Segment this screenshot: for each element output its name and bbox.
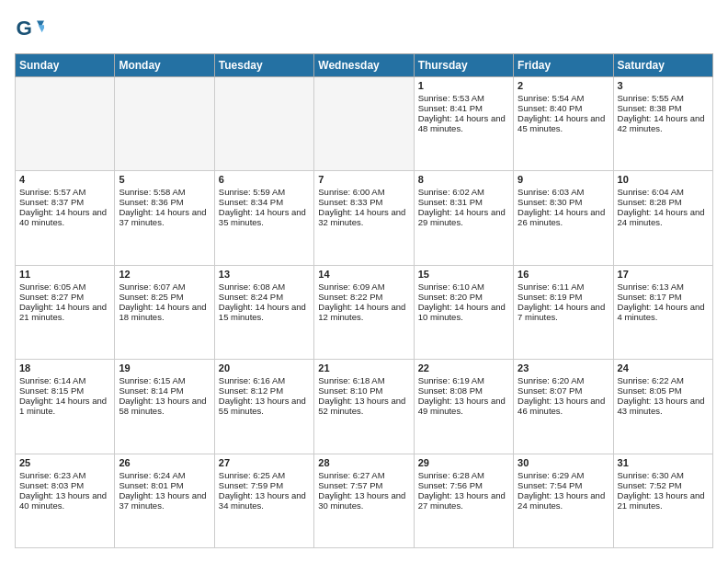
calendar-cell: 22Sunrise: 6:19 AMSunset: 8:08 PMDayligh… <box>414 360 513 454</box>
sunrise-line: Sunrise: 6:22 AM <box>618 375 709 385</box>
sunset-line: Sunset: 8:17 PM <box>618 292 709 302</box>
calendar-week-row: 11Sunrise: 6:05 AMSunset: 8:27 PMDayligh… <box>16 265 713 359</box>
daylight-line: Daylight: 14 hours and 48 minutes. <box>418 113 509 133</box>
day-number: 31 <box>618 457 709 468</box>
sunset-line: Sunset: 8:19 PM <box>518 292 609 302</box>
calendar-cell: 23Sunrise: 6:20 AMSunset: 8:07 PMDayligh… <box>514 360 613 454</box>
sunrise-line: Sunrise: 6:08 AM <box>219 282 310 292</box>
day-number: 30 <box>518 457 609 468</box>
calendar-cell: 14Sunrise: 6:09 AMSunset: 8:22 PMDayligh… <box>314 265 414 359</box>
daylight-line: Daylight: 14 hours and 10 minutes. <box>418 302 509 322</box>
logo: G <box>15 15 48 44</box>
sunrise-line: Sunrise: 6:23 AM <box>19 470 110 480</box>
sunset-line: Sunset: 8:12 PM <box>219 385 310 396</box>
day-header-saturday: Saturday <box>613 54 712 77</box>
sunrise-line: Sunrise: 6:14 AM <box>19 375 110 385</box>
calendar-cell: 17Sunrise: 6:13 AMSunset: 8:17 PMDayligh… <box>613 265 712 359</box>
calendar-cell <box>314 77 414 171</box>
calendar-cell: 8Sunrise: 6:02 AMSunset: 8:31 PMDaylight… <box>414 171 513 265</box>
day-number: 12 <box>119 269 210 280</box>
calendar-week-row: 18Sunrise: 6:14 AMSunset: 8:15 PMDayligh… <box>16 360 713 454</box>
sunrise-line: Sunrise: 6:03 AM <box>518 187 609 197</box>
sunset-line: Sunset: 8:28 PM <box>618 197 709 207</box>
daylight-line: Daylight: 13 hours and 58 minutes. <box>119 396 210 416</box>
day-number: 8 <box>418 174 509 185</box>
calendar-cell: 31Sunrise: 6:30 AMSunset: 7:52 PMDayligh… <box>613 454 712 547</box>
day-number: 24 <box>618 362 709 373</box>
sunrise-line: Sunrise: 6:04 AM <box>618 187 709 197</box>
sunset-line: Sunset: 8:24 PM <box>219 292 310 302</box>
daylight-line: Daylight: 13 hours and 43 minutes. <box>618 396 709 416</box>
day-number: 10 <box>618 174 709 185</box>
day-number: 2 <box>518 80 609 91</box>
sunset-line: Sunset: 8:36 PM <box>119 197 210 207</box>
page-header: G <box>15 15 713 44</box>
calendar-cell: 12Sunrise: 6:07 AMSunset: 8:25 PMDayligh… <box>115 265 214 359</box>
calendar-cell: 24Sunrise: 6:22 AMSunset: 8:05 PMDayligh… <box>613 360 712 454</box>
svg-text:G: G <box>17 17 32 40</box>
daylight-line: Daylight: 13 hours and 27 minutes. <box>418 490 509 511</box>
sunrise-line: Sunrise: 5:57 AM <box>19 187 110 197</box>
calendar-cell <box>16 77 115 171</box>
calendar-cell <box>214 77 313 171</box>
logo-icon: G <box>15 15 44 44</box>
daylight-line: Daylight: 13 hours and 21 minutes. <box>618 490 709 511</box>
daylight-line: Daylight: 14 hours and 1 minute. <box>19 396 110 416</box>
sunset-line: Sunset: 8:07 PM <box>518 385 609 396</box>
sunrise-line: Sunrise: 6:13 AM <box>618 282 709 292</box>
daylight-line: Daylight: 14 hours and 40 minutes. <box>19 207 110 227</box>
calendar-table: SundayMondayTuesdayWednesdayThursdayFrid… <box>15 53 713 548</box>
daylight-line: Daylight: 13 hours and 30 minutes. <box>318 490 409 511</box>
calendar-cell: 11Sunrise: 6:05 AMSunset: 8:27 PMDayligh… <box>16 265 115 359</box>
sunset-line: Sunset: 8:15 PM <box>19 385 110 396</box>
calendar-cell: 13Sunrise: 6:08 AMSunset: 8:24 PMDayligh… <box>214 265 313 359</box>
sunrise-line: Sunrise: 6:30 AM <box>618 470 709 480</box>
sunset-line: Sunset: 8:30 PM <box>518 197 609 207</box>
daylight-line: Daylight: 14 hours and 21 minutes. <box>19 302 110 322</box>
daylight-line: Daylight: 13 hours and 52 minutes. <box>318 396 409 416</box>
sunrise-line: Sunrise: 5:58 AM <box>119 187 210 197</box>
sunset-line: Sunset: 8:41 PM <box>418 103 509 113</box>
daylight-line: Daylight: 14 hours and 29 minutes. <box>418 207 509 227</box>
sunset-line: Sunset: 8:01 PM <box>119 480 210 490</box>
calendar-cell: 10Sunrise: 6:04 AMSunset: 8:28 PMDayligh… <box>613 171 712 265</box>
calendar-cell: 25Sunrise: 6:23 AMSunset: 8:03 PMDayligh… <box>16 454 115 547</box>
sunset-line: Sunset: 7:59 PM <box>219 480 310 490</box>
calendar-cell: 15Sunrise: 6:10 AMSunset: 8:20 PMDayligh… <box>414 265 513 359</box>
daylight-line: Daylight: 14 hours and 35 minutes. <box>219 207 310 227</box>
day-number: 15 <box>418 269 509 280</box>
sunset-line: Sunset: 7:57 PM <box>318 480 409 490</box>
daylight-line: Daylight: 13 hours and 46 minutes. <box>518 396 609 416</box>
sunset-line: Sunset: 8:40 PM <box>518 103 609 113</box>
calendar-cell: 3Sunrise: 5:55 AMSunset: 8:38 PMDaylight… <box>613 77 712 171</box>
sunset-line: Sunset: 8:05 PM <box>618 385 709 396</box>
sunset-line: Sunset: 8:25 PM <box>119 292 210 302</box>
daylight-line: Daylight: 13 hours and 34 minutes. <box>219 490 310 511</box>
daylight-line: Daylight: 14 hours and 7 minutes. <box>518 302 609 322</box>
calendar-cell: 7Sunrise: 6:00 AMSunset: 8:33 PMDaylight… <box>314 171 414 265</box>
sunset-line: Sunset: 8:20 PM <box>418 292 509 302</box>
day-number: 25 <box>19 457 110 468</box>
day-number: 28 <box>318 457 409 468</box>
day-number: 18 <box>19 362 110 373</box>
daylight-line: Daylight: 14 hours and 32 minutes. <box>318 207 409 227</box>
day-number: 4 <box>19 174 110 185</box>
day-number: 20 <box>219 362 310 373</box>
sunset-line: Sunset: 8:31 PM <box>418 197 509 207</box>
sunrise-line: Sunrise: 6:18 AM <box>318 375 409 385</box>
day-number: 27 <box>219 457 310 468</box>
sunrise-line: Sunrise: 6:07 AM <box>119 282 210 292</box>
sunset-line: Sunset: 7:52 PM <box>618 480 709 490</box>
day-number: 29 <box>418 457 509 468</box>
calendar-cell: 28Sunrise: 6:27 AMSunset: 7:57 PMDayligh… <box>314 454 414 547</box>
sunrise-line: Sunrise: 6:09 AM <box>318 282 409 292</box>
daylight-line: Daylight: 14 hours and 18 minutes. <box>119 302 210 322</box>
sunrise-line: Sunrise: 6:25 AM <box>219 470 310 480</box>
sunset-line: Sunset: 8:38 PM <box>618 103 709 113</box>
sunrise-line: Sunrise: 6:29 AM <box>518 470 609 480</box>
daylight-line: Daylight: 13 hours and 24 minutes. <box>518 490 609 511</box>
daylight-line: Daylight: 14 hours and 37 minutes. <box>119 207 210 227</box>
calendar-cell: 6Sunrise: 5:59 AMSunset: 8:34 PMDaylight… <box>214 171 313 265</box>
day-number: 5 <box>119 174 210 185</box>
daylight-line: Daylight: 14 hours and 15 minutes. <box>219 302 310 322</box>
